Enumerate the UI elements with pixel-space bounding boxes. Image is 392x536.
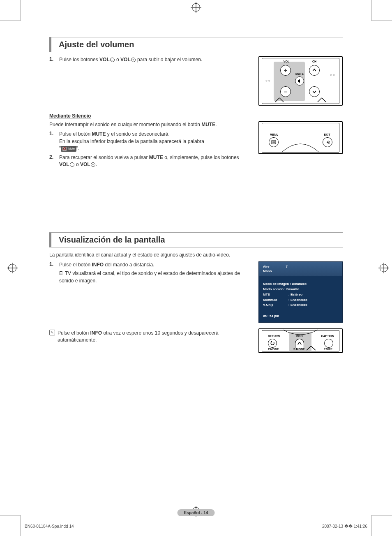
- step-text: Pulse el botón MUTE y el sonido se desco…: [59, 131, 250, 152]
- registration-mark-icon: [380, 264, 388, 272]
- menu-button[interactable]: [269, 137, 279, 147]
- ch-label: CH: [308, 60, 321, 63]
- osd-mono: Mono: [263, 269, 338, 273]
- step-text: Pulse los botones VOL– o VOL+ para subir…: [59, 56, 250, 63]
- ch-up-button[interactable]: [309, 65, 320, 76]
- menu-label: MENU: [268, 133, 280, 136]
- info-label: INFO: [296, 335, 303, 337]
- osd-mts-key: MTS: [263, 292, 288, 298]
- step-number: 1.: [49, 131, 56, 152]
- return-button[interactable]: [268, 339, 277, 348]
- svg-rect-0: [272, 141, 276, 144]
- return-label: RETURN: [268, 335, 280, 337]
- exit-label: EXIT: [321, 133, 333, 136]
- footer-filename: BN68-01184A-Spa.indd 14: [25, 524, 74, 529]
- step-subtext: El TV visualizará el canal, el tipo de s…: [59, 270, 250, 284]
- mute-osd-chip: 🔇Mute: [61, 146, 76, 152]
- minus-icon: –: [110, 58, 115, 62]
- vol-down-button[interactable]: –: [280, 86, 291, 97]
- speaker-mute-icon: 🔇: [62, 147, 67, 151]
- registration-mark-icon: [192, 3, 200, 12]
- arc-icon: [282, 141, 319, 152]
- note-icon: ✎: [49, 330, 55, 335]
- minus-icon: –: [70, 162, 74, 167]
- vol-label: VOL: [280, 60, 293, 63]
- osd-sub-val: : Encendido: [288, 298, 307, 303]
- remote-figure-info: RETURN INFO CAPTION P.MODE S.MODE P.SIZE: [258, 328, 343, 353]
- remote-figure-menu-exit: MENU EXIT: [258, 121, 343, 154]
- step-number: 1.: [49, 261, 56, 268]
- vol-up-button[interactable]: +: [280, 65, 291, 76]
- osd-aire: Aire: [263, 264, 270, 269]
- arrow-icon: [274, 97, 284, 103]
- step-number: 1.: [49, 56, 56, 63]
- subheading-mute: Mediante Silencio: [49, 113, 343, 119]
- pmode-label: P.MODE: [268, 348, 279, 351]
- exit-button[interactable]: [323, 137, 332, 147]
- section-title: Visualización de la pantalla: [59, 233, 165, 247]
- plus-icon: +: [131, 58, 136, 62]
- ch-down-button[interactable]: [309, 86, 320, 97]
- plus-icon: +: [91, 162, 95, 167]
- osd-modo-sonido: Modo sonido : Favorito: [263, 287, 338, 292]
- mute-button[interactable]: [295, 76, 304, 85]
- note-row: ✎ Pulse el botón INFO otra vez o espere …: [49, 330, 250, 344]
- step-number: 2.: [49, 154, 56, 169]
- smode-label: S.MODE: [293, 348, 305, 351]
- remote-figure-volume: VOL CH MUTE + – ○○ ○○: [258, 56, 343, 106]
- osd-modo-imagen: Modo de imagen : Dinámico: [263, 282, 338, 287]
- osd-mts-val: : Estéreo: [288, 292, 302, 298]
- step-text: Para recuperar el sonido vuelva a pulsar…: [59, 154, 250, 169]
- footer-timestamp: 2007-02-13 �� 1:41:26: [322, 524, 367, 529]
- psize-label: P.SIZE: [324, 348, 332, 351]
- section-heading-volume: Ajuste del volumen: [49, 37, 343, 52]
- arrow-icon: [317, 97, 327, 103]
- section-heading-display: Visualización de la pantalla: [49, 232, 343, 247]
- caption-button[interactable]: [324, 339, 333, 348]
- registration-mark-icon: [8, 264, 16, 272]
- osd-channel-num: 7: [286, 264, 288, 269]
- note-text: Pulse el botón INFO otra vez o espere un…: [58, 330, 250, 344]
- step-text: Pulse el botón INFO del mando a distanci…: [59, 261, 250, 268]
- paragraph: Puede interrumpir el sonido en cualquier…: [49, 121, 250, 128]
- osd-vchip-key: V-Chip: [263, 303, 288, 308]
- mute-label: MUTE: [293, 72, 306, 75]
- caption-label: CAPTION: [321, 335, 334, 337]
- info-button[interactable]: [295, 339, 304, 348]
- osd-info-panel: Aire 7 Mono Modo de imagen : Dinámico Mo…: [258, 261, 343, 323]
- osd-sub-key: Subtítulo: [263, 298, 288, 303]
- page-number-tag: Español - 14: [178, 509, 215, 516]
- osd-time: 05 : 54 pm: [263, 314, 338, 319]
- arrow-icon: [305, 345, 317, 351]
- osd-vchip-val: : Encendido: [288, 303, 307, 308]
- paragraph: La pantalla identifica el canal actual y…: [49, 252, 343, 259]
- section-title: Ajuste del volumen: [59, 37, 134, 52]
